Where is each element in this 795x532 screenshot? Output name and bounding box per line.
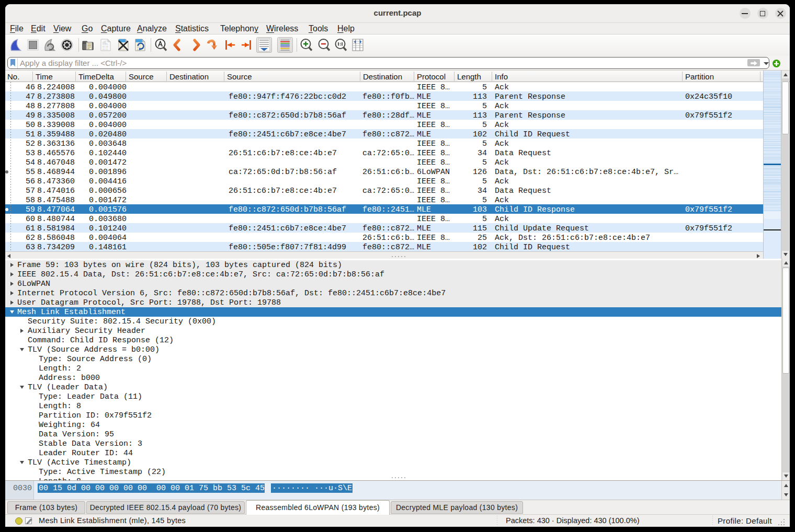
svg-text:0111: 0111 bbox=[103, 48, 108, 51]
svg-text:011: 011 bbox=[120, 49, 125, 51]
